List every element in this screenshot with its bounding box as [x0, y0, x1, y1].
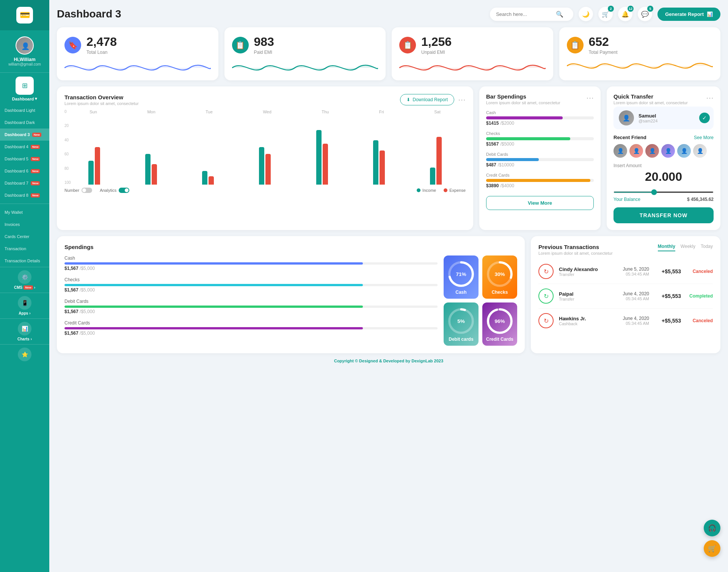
star-icon[interactable]: ⭐ [18, 348, 31, 361]
sidebar-item-transaction-details[interactable]: Transaction Details [0, 255, 49, 267]
cms-icon[interactable]: ⚙️ [18, 270, 31, 284]
quick-transfer-card: Quick Transfer Lorem ipsum dolor sit ame… [607, 86, 720, 230]
spendings-checks: Checks $1,567 /$5,000 [64, 277, 438, 293]
friend-avatar-2[interactable]: 👤 [629, 144, 643, 158]
support-fab[interactable]: 🎧 [704, 520, 720, 536]
tab-monthly[interactable]: Monthly [658, 244, 675, 251]
unpaid-emi-wave [399, 56, 546, 77]
qt-menu-btn[interactable]: ⋯ [706, 93, 714, 102]
bell-icon: 🔔 [621, 11, 629, 18]
tx-overview-menu-btn[interactable]: ⋯ [458, 95, 466, 104]
logo-icon: 💳 [16, 7, 33, 24]
tx-time-3: 05:34:45 AM [623, 321, 649, 326]
tx-amount-3: +$5,553 [654, 318, 681, 324]
bar-spendings-menu-btn[interactable]: ⋯ [586, 93, 594, 102]
amount-slider[interactable] [613, 191, 714, 193]
new-badge: New [32, 133, 41, 137]
spendings-list: Cash $1,567 /$5,000 Checks $1,567 /$5,00… [64, 255, 438, 346]
qt-user-name: Samuel [639, 113, 657, 119]
number-toggle[interactable] [82, 188, 92, 193]
sidebar-item-dashboard6[interactable]: Dashboard 6 New [0, 165, 49, 177]
cart-btn[interactable]: 🛒 2 [598, 7, 613, 21]
footer-text: Copyright © Designed & Developed by [334, 359, 410, 363]
sidebar-item-dashboard-dark[interactable]: Dashboard Dark [0, 116, 49, 129]
tab-weekly[interactable]: Weekly [681, 244, 695, 251]
generate-report-button[interactable]: Generate Report 📊 [657, 8, 720, 21]
friend-avatar-3[interactable]: 👤 [645, 144, 659, 158]
analytics-toggle[interactable] [119, 188, 129, 193]
sidebar-item-transaction[interactable]: Transaction [0, 243, 49, 255]
tx-date-3: June 4, 2020 [623, 316, 649, 321]
bar-chart [64, 116, 466, 185]
sidebar-item-dashboard-light[interactable]: Dashboard Light [0, 104, 49, 116]
apps-label[interactable]: Apps › [19, 311, 30, 315]
sidebar-item-dashboard8[interactable]: Dashboard 8 New [0, 189, 49, 201]
dashboard-toggle[interactable]: Dashboard ▾ [12, 96, 37, 101]
tx-icon-2: ↻ [538, 288, 554, 304]
cms-label[interactable]: CMS New › [14, 285, 35, 290]
page-header: Dashboard 3 🔍 🌙 🛒 2 🔔 12 💬 5 Gen [57, 0, 720, 27]
apps-section: 📱 Apps › [0, 293, 49, 318]
tx-date-2: June 4, 2020 [623, 291, 649, 296]
bar-spendings-subtitle: Lorem ipsum dolor sit amet, consectetur [486, 100, 560, 105]
page-title: Dashboard 3 [57, 8, 121, 20]
download-report-button[interactable]: ⬇ Download Report [400, 94, 454, 105]
transfer-now-button[interactable]: TRANSFER NOW [613, 207, 714, 223]
prev-tx-title: Previous Transactions [538, 244, 613, 250]
apps-icon[interactable]: 📱 [18, 296, 31, 310]
svg-text:96%: 96% [494, 318, 505, 324]
charts-section: 📊 Charts › [0, 318, 49, 344]
total-loan-icon: 🔖 [64, 37, 81, 53]
nav-label: Transaction [5, 246, 26, 251]
moon-toggle-btn[interactable]: 🌙 [579, 7, 593, 21]
notification-btn[interactable]: 🔔 12 [618, 7, 632, 21]
donut-credit: 96% Credit Cards [482, 302, 517, 346]
sidebar-logo[interactable]: 💳 [0, 0, 49, 30]
tx-type-1: Transfer [559, 272, 618, 277]
friend-avatar-4[interactable]: 👤 [661, 144, 675, 158]
sidebar-item-cards-center[interactable]: Cards Center [0, 230, 49, 243]
moon-icon: 🌙 [582, 11, 590, 18]
balance-value: $ 456,345.62 [687, 197, 714, 202]
bottom-section: Spendings Cash $1,567 /$5,000 Checks [57, 236, 720, 353]
sidebar-item-dashboard5[interactable]: Dashboard 5 New [0, 153, 49, 165]
sidebar-item-dashboard7[interactable]: Dashboard 7 New [0, 177, 49, 189]
donut-debit: 5% Debit cards [444, 302, 479, 346]
balance-label: Your Balance [613, 197, 640, 202]
paid-emi-label: Paid EMI [254, 50, 274, 55]
spending-row-checks: Checks $1567 /$5000 [486, 131, 594, 147]
sidebar-nav: Dashboard Light Dashboard Dark Dashboard… [0, 104, 49, 267]
donut-checks: 30% Checks [482, 255, 517, 299]
sidebar-item-invoices[interactable]: Invoices [0, 218, 49, 230]
nav-label: My Wallet [5, 210, 23, 215]
tx-time-2: 05:34:45 AM [623, 296, 649, 301]
sidebar-item-dashboard3[interactable]: Dashboard 3 New [0, 129, 49, 141]
transaction-item-2: ↻ Paipal Transfer June 4, 2020 05:34:45 … [538, 284, 713, 309]
total-payment-label: Total Payment [589, 50, 618, 55]
tx-overview-subtitle: Lorem ipsum dolor sit amet, consectetur [64, 101, 139, 106]
view-more-button[interactable]: View More [486, 196, 594, 210]
friend-avatar-6[interactable]: 👤 [693, 144, 707, 158]
generate-report-label: Generate Report [665, 11, 704, 17]
charts-icon[interactable]: 📊 [18, 322, 31, 335]
charts-label[interactable]: Charts › [17, 337, 32, 341]
spending-row-cash: Cash $1415 /$2000 [486, 110, 594, 126]
sidebar-item-dashboard4[interactable]: Dashboard 4 New [0, 141, 49, 153]
friend-avatar-5[interactable]: 👤 [677, 144, 691, 158]
search-input[interactable] [496, 11, 553, 17]
sidebar-item-my-wallet[interactable]: My Wallet [0, 206, 49, 218]
chat-btn[interactable]: 💬 5 [638, 7, 652, 21]
friend-avatar-1[interactable]: 👤 [613, 144, 627, 158]
spending-row-debit: Debit Cards $487 /$10000 [486, 152, 594, 168]
see-more-link[interactable]: See More [694, 135, 714, 140]
tab-today[interactable]: Today [701, 244, 713, 251]
cart-fab[interactable]: 🛒 [704, 540, 720, 557]
dashboard-icon-btn[interactable]: ⊞ [16, 77, 34, 95]
prev-tx-subtitle: Lorem ipsum dolor sit amet, consectetur [538, 251, 613, 255]
total-payment-wave [567, 56, 713, 77]
sidebar-user-section: 👤 Hi,William william@gmail.com [0, 30, 49, 73]
avatar-placeholder: 👤 [16, 37, 34, 55]
tx-date-1: June 5, 2020 [623, 266, 649, 272]
cart-icon: 🛒 [602, 11, 609, 18]
paid-emi-number: 983 [254, 35, 274, 49]
